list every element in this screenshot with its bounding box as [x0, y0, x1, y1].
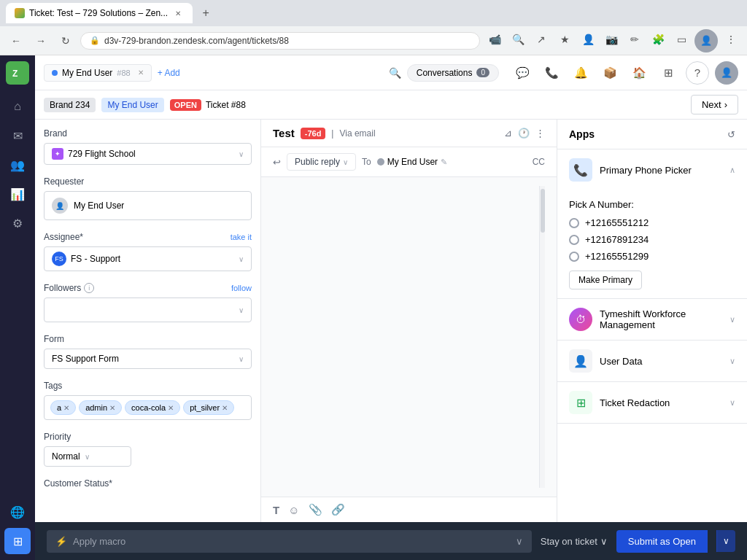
sidebar-item-reports[interactable]: 📊 [4, 181, 31, 207]
stay-on-ticket-chevron-icon: ∨ [600, 536, 608, 547]
history-icon[interactable]: 🕐 [518, 128, 530, 139]
cc-button[interactable]: CC [533, 157, 545, 167]
edit-to-icon[interactable]: ✎ [441, 158, 447, 167]
brand-select[interactable]: ✦ 729 Flight School ∨ [44, 143, 252, 165]
conversations-button[interactable]: Conversations 0 [407, 64, 499, 82]
sub-nav: Brand 234 My End User OPEN Ticket #88 Ne… [35, 90, 747, 120]
macro-icon: ⚡ [55, 536, 67, 547]
chat-icon[interactable]: 💬 [511, 61, 534, 85]
sidebar-item-users[interactable]: 👥 [4, 152, 31, 178]
ticket-redaction-header[interactable]: ⊞ Ticket Redaction ∨ [557, 382, 747, 423]
bookmark-icon[interactable]: ★ [554, 29, 575, 50]
submit-button[interactable]: Submit as Open [616, 530, 708, 553]
address-bar[interactable]: 🔒 d3v-729-brandon.zendesk.com/agent/tick… [80, 32, 480, 50]
follow-link[interactable]: follow [231, 284, 252, 292]
user-avatar[interactable]: 👤 [715, 61, 738, 85]
phone-picker-header[interactable]: 📞 Primary Phone Picker ∧ [557, 149, 747, 190]
add-button[interactable]: + Add [158, 68, 180, 78]
extension-icon[interactable]: 🧩 [648, 29, 668, 50]
phone-option-1[interactable]: +12165551212 [569, 217, 735, 228]
top-bar-actions: 💬 📞 🔔 📦 🏠 ⊞ ? 👤 [511, 61, 738, 85]
requester-input[interactable]: 👤 My End User [44, 191, 252, 220]
attach-icon[interactable]: 📎 [309, 503, 322, 516]
user-data-icon: 👤 [569, 349, 592, 373]
zoom-icon[interactable]: 🔍 [508, 29, 528, 50]
form-field-group: Form FS Support Form ∨ [44, 334, 252, 369]
pen-icon[interactable]: ✏ [624, 29, 645, 50]
reply-area[interactable] [261, 177, 557, 497]
bold-icon[interactable]: T [273, 504, 279, 516]
help-icon[interactable]: ? [686, 61, 709, 85]
brand-chevron-icon: ∨ [239, 150, 244, 158]
brand-chip[interactable]: Brand 234 [44, 98, 96, 112]
share-icon[interactable]: ↗ [531, 29, 551, 50]
conversations-label: Conversations [417, 68, 473, 78]
box-icon[interactable]: 📦 [598, 61, 622, 85]
profile-icon[interactable]: 👤 [578, 29, 598, 50]
phone-option-2[interactable]: +12167891234 [569, 234, 735, 245]
sidebar-item-email[interactable]: ✉ [4, 122, 31, 149]
tymeshift-header[interactable]: ⏱ Tymeshift Workforce Management ∨ [557, 299, 747, 340]
stay-on-ticket-button[interactable]: Stay on ticket ∨ [541, 536, 608, 547]
org-icon[interactable]: 🏠 [627, 61, 651, 85]
refresh-icon[interactable]: ↺ [727, 129, 735, 140]
phone-option-3[interactable]: +12165551299 [569, 251, 735, 262]
tymeshift-chevron-icon: ∨ [729, 315, 735, 324]
remove-tag-pt-silver[interactable]: ✕ [222, 404, 228, 412]
assignee-select[interactable]: FS FS - Support ∨ [44, 246, 252, 271]
remove-tag-coca-cola[interactable]: ✕ [168, 404, 174, 412]
followers-input[interactable]: ∨ [44, 298, 252, 322]
cast-icon[interactable]: 📹 [484, 29, 505, 50]
filter-icon[interactable]: ⊿ [504, 128, 512, 139]
camera-icon[interactable]: 📷 [601, 29, 622, 50]
menu-icon[interactable]: ⋮ [721, 29, 741, 50]
next-button[interactable]: Next › [691, 95, 738, 114]
more-icon[interactable]: ⋮ [535, 128, 545, 139]
phone-picker-title: Primary Phone Picker [600, 165, 722, 176]
form-select[interactable]: FS Support Form ∨ [44, 349, 252, 369]
new-tab-button[interactable]: + [197, 4, 214, 22]
right-panel: Apps ↺ 📞 Primary Phone Picker ∧ Pick A N… [557, 120, 747, 522]
link-icon[interactable]: 🔗 [331, 503, 345, 516]
to-user-field[interactable]: My End User ✎ [377, 157, 447, 167]
emoji-icon[interactable]: ☺ [288, 504, 299, 516]
back-button[interactable]: ← [6, 31, 26, 51]
priority-select[interactable]: Normal ∨ [44, 446, 131, 467]
sidebar-item-apps[interactable]: ⊞ [4, 528, 31, 554]
browser-tab[interactable]: Ticket: Test – 729 Solutions – Zen... ✕ [6, 3, 193, 23]
ticket-title: Test [273, 127, 295, 139]
ticket-tab-id: #88 [117, 69, 130, 77]
tab-close-button[interactable]: ✕ [172, 7, 184, 19]
make-primary-button[interactable]: Make Primary [569, 271, 642, 289]
phone-radio-3[interactable] [569, 252, 579, 262]
bell-icon[interactable]: 🔔 [569, 61, 592, 85]
tags-input[interactable]: a ✕ admin ✕ coca-cola ✕ pt_silver ✕ [44, 395, 252, 420]
phone-radio-1[interactable] [569, 218, 579, 228]
search-button[interactable]: 🔍 [389, 67, 401, 79]
ticket-tab-close[interactable]: ✕ [138, 69, 144, 77]
reply-scrollbar[interactable] [539, 186, 545, 488]
sidebar-item-globe[interactable]: 🌐 [4, 499, 31, 525]
reply-text-area[interactable] [273, 186, 539, 488]
sidebar-item-home[interactable]: ⌂ [4, 93, 31, 120]
tags-field-group: Tags a ✕ admin ✕ coca-cola ✕ pt_silver ✕ [44, 381, 252, 420]
phone-icon[interactable]: 📞 [540, 61, 563, 85]
user-data-header[interactable]: 👤 User Data ∨ [557, 341, 747, 381]
remove-tag-a[interactable]: ✕ [63, 404, 69, 412]
grid-icon[interactable]: ⊞ [657, 61, 680, 85]
take-it-link[interactable]: take it [231, 233, 252, 241]
browser-avatar[interactable]: 👤 [694, 29, 718, 52]
reply-type-button[interactable]: Public reply ∨ [287, 153, 356, 171]
phone-radio-2[interactable] [569, 235, 579, 245]
user-chip[interactable]: My End User [101, 98, 163, 112]
refresh-button[interactable]: ↻ [55, 31, 76, 51]
followers-info-icon[interactable]: i [84, 283, 94, 293]
submit-dropdown-button[interactable]: ∨ [716, 530, 735, 552]
sidebar-icon[interactable]: ▭ [671, 29, 692, 50]
svg-text:Z: Z [12, 69, 18, 79]
sidebar-item-settings[interactable]: ⚙ [4, 210, 31, 236]
ticket-tab[interactable]: My End User #88 ✕ [44, 64, 152, 82]
remove-tag-admin[interactable]: ✕ [109, 404, 115, 412]
macro-input[interactable]: ⚡ Apply macro ∨ [47, 530, 532, 553]
forward-button[interactable]: → [31, 31, 51, 51]
